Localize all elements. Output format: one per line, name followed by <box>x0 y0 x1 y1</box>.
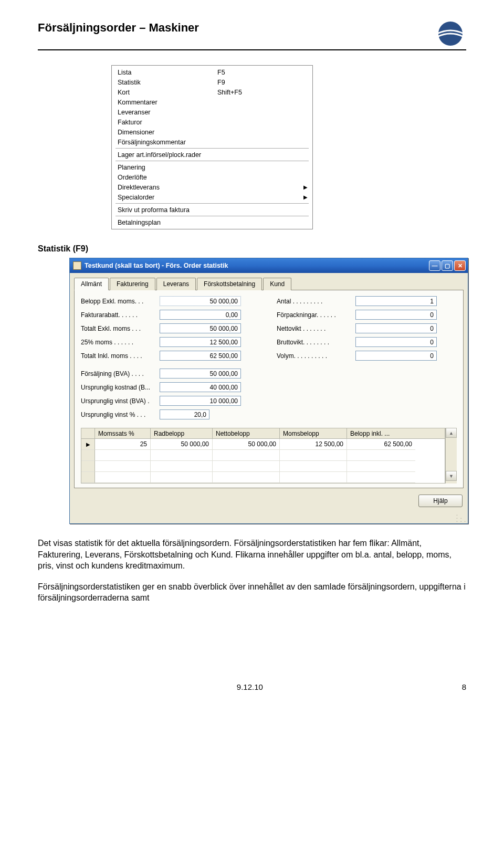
menu-item-leveranser[interactable]: Leveranser <box>113 107 311 117</box>
menu-item-lista[interactable]: ListaF5 <box>113 67 311 77</box>
field-label: 25% moms . . . . . . <box>81 339 160 346</box>
ursprunglig-vinst-pct-field[interactable]: 20,0 <box>160 409 209 419</box>
tab-panel-allmant: Belopp Exkl. moms. . .50 000,00 Fakturar… <box>74 290 464 488</box>
belopp-exkl-moms-field[interactable]: 50 000,00 <box>160 296 241 306</box>
moms-25-field[interactable]: 12 500,00 <box>160 337 241 347</box>
totalt-inkl-moms-field[interactable]: 62 500,00 <box>160 351 241 361</box>
menu-item-fakturor[interactable]: Fakturor <box>113 117 311 127</box>
field-label: Totalt Inkl. moms . . . . <box>81 352 160 360</box>
paragraph: Det visas statistik för det aktuella för… <box>38 538 466 572</box>
table-row[interactable] <box>81 472 445 483</box>
tab-allmant[interactable]: Allmänt <box>74 278 109 290</box>
field-label: Ursprunglig kostnad (B... <box>81 384 160 391</box>
scroll-down-icon[interactable]: ▼ <box>446 471 457 481</box>
ursprunglig-vinst-field[interactable]: 10 000,00 <box>160 396 241 406</box>
tab-kund[interactable]: Kund <box>263 278 291 290</box>
window-title: Testkund (skall tas bort) - Förs. Order … <box>85 262 429 269</box>
field-label: Försäljning (BVA) . . . . <box>81 370 160 377</box>
cell-nettobelopp[interactable]: 50 000,00 <box>213 439 280 450</box>
submenu-arrow-icon: ▶ <box>303 184 308 190</box>
footer-page: 8 <box>462 682 466 691</box>
menu-item-dimensioner[interactable]: Dimensioner <box>113 127 311 137</box>
vat-grid: Momssats % Radbelopp Nettobelopp Momsbel… <box>81 428 457 483</box>
tab-leverans[interactable]: Leverans <box>156 278 196 290</box>
cell-momsbelopp[interactable]: 12 500,00 <box>280 439 347 450</box>
submenu-arrow-icon: ▶ <box>303 194 308 200</box>
grid-scrollbar[interactable]: ▲ ▼ <box>445 428 457 483</box>
scroll-up-icon[interactable]: ▲ <box>446 428 457 438</box>
field-label: Belopp Exkl. moms. . . <box>81 298 160 305</box>
page-title: Försäljningsorder – Maskiner <box>38 21 199 35</box>
field-label: Fakturarabatt. . . . . . <box>81 311 160 319</box>
paragraph: Försäljningsorderstatistiken ger en snab… <box>38 581 466 604</box>
cell-momssats[interactable]: 25 <box>95 439 151 450</box>
cell-radbelopp[interactable]: 50 000,00 <box>151 439 213 450</box>
field-label: Nettovikt . . . . . . . <box>277 325 355 332</box>
grid-col-radbelopp[interactable]: Radbelopp <box>151 428 213 438</box>
cell-beloppinkl[interactable]: 62 500,00 <box>347 439 415 450</box>
menu-item-lager[interactable]: Lager art.införsel/plock.rader <box>113 150 311 160</box>
menu-item-statistik[interactable]: StatistikF9 <box>113 77 311 87</box>
menu-item-kort[interactable]: KortShift+F5 <box>113 87 311 97</box>
field-label: Bruttovikt. . . . . . . . <box>277 339 355 346</box>
field-label: Ursprunglig vinst % . . . <box>81 411 160 418</box>
menu-item-direktleverans[interactable]: Direktleverans▶ <box>113 182 311 192</box>
ursprunglig-kostnad-field[interactable]: 40 000,00 <box>160 382 241 392</box>
grid-col-beloppinkl[interactable]: Belopp inkl. ... <box>347 428 415 438</box>
titlebar[interactable]: Testkund (skall tas bort) - Förs. Order … <box>70 258 468 273</box>
statistics-window: Testkund (skall tas bort) - Förs. Order … <box>69 258 468 524</box>
field-label: Totalt Exkl. moms . . . <box>81 325 160 332</box>
fakturarabatt-field[interactable]: 0,00 <box>160 310 241 320</box>
logo-icon <box>435 21 466 46</box>
context-menu: ListaF5 StatistikF9 KortShift+F5 Komment… <box>111 65 313 229</box>
table-row[interactable]: ▶ 25 50 000,00 50 000,00 12 500,00 62 50… <box>81 439 445 450</box>
minimize-button[interactable]: — <box>429 260 440 271</box>
footer-date: 9.12.10 <box>237 682 263 691</box>
volym-field[interactable]: 0 <box>355 351 437 361</box>
antal-field[interactable]: 1 <box>355 296 437 306</box>
table-row[interactable] <box>81 450 445 461</box>
forpackningar-field[interactable]: 0 <box>355 310 437 320</box>
menu-item-fkommentar[interactable]: Försäljningskommentar <box>113 137 311 147</box>
section-title: Statistik (F9) <box>38 244 466 254</box>
close-button[interactable]: ✕ <box>454 260 466 271</box>
field-label: Volym. . . . . . . . . . <box>277 352 355 360</box>
grid-col-nettobelopp[interactable]: Nettobelopp <box>213 428 280 438</box>
menu-item-orderlofte[interactable]: Orderlöfte <box>113 172 311 182</box>
grid-col-momssats[interactable]: Momssats % <box>95 428 151 438</box>
grid-col-momsbelopp[interactable]: Momsbelopp <box>280 428 347 438</box>
tab-fakturering[interactable]: Fakturering <box>110 278 155 290</box>
grid-corner <box>81 428 95 438</box>
field-label: Förpackningar. . . . . . <box>277 311 355 319</box>
tab-forskott[interactable]: Förskottsbetalning <box>197 278 262 290</box>
resize-grip-icon[interactable]: .. .. . . <box>70 512 468 523</box>
forsaljning-bva-field[interactable]: 50 000,00 <box>160 369 241 379</box>
bruttovikt-field[interactable]: 0 <box>355 337 437 347</box>
totalt-exkl-moms-field[interactable]: 50 000,00 <box>160 323 241 333</box>
menu-item-proforma[interactable]: Skriv ut proforma faktura <box>113 205 311 215</box>
menu-item-planering[interactable]: Planering <box>113 162 311 172</box>
field-label: Antal . . . . . . . . . <box>277 298 355 305</box>
right-column: Antal . . . . . . . . .1 Förpackningar. … <box>277 296 457 423</box>
field-label: Ursprunglig vinst (BVA) . <box>81 397 160 405</box>
nettovikt-field[interactable]: 0 <box>355 323 437 333</box>
row-indicator-icon: ▶ <box>81 439 95 450</box>
menu-item-specialorder[interactable]: Specialorder▶ <box>113 192 311 202</box>
tab-strip: Allmänt Fakturering Leverans Förskottsbe… <box>70 273 468 290</box>
menu-item-kommentarer[interactable]: Kommentarer <box>113 97 311 107</box>
menu-item-betalningsplan[interactable]: Betalningsplan <box>113 217 311 227</box>
table-row[interactable] <box>81 461 445 472</box>
left-column: Belopp Exkl. moms. . .50 000,00 Fakturar… <box>81 296 261 423</box>
window-icon <box>73 261 81 270</box>
header-rule <box>38 49 466 50</box>
maximize-button[interactable]: ▢ <box>442 260 453 271</box>
help-button[interactable]: Hjälp <box>418 495 463 507</box>
body-text: Det visas statistik för det aktuella för… <box>38 538 466 604</box>
